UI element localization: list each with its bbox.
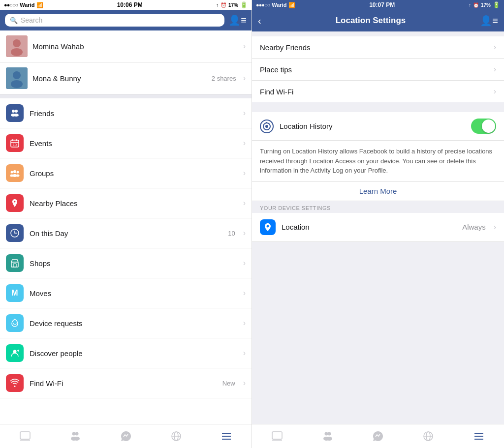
events-label: Events	[30, 139, 237, 148]
nav-item-friends[interactable]: Friends ›	[0, 98, 252, 128]
svg-point-45	[327, 432, 331, 436]
left-tab-home[interactable]	[0, 424, 50, 448]
bottom-spacer	[252, 242, 504, 424]
search-bar: 🔍 Search 👤≡	[0, 10, 252, 30]
left-battery: 17%	[228, 2, 238, 8]
location-history-toggle[interactable]	[471, 119, 496, 134]
nav-item-groups[interactable]: Groups ›	[0, 158, 252, 188]
learn-more-section: Learn More	[252, 182, 504, 201]
nav-item-shops[interactable]: Shops ›	[0, 248, 252, 278]
left-tab-messenger[interactable]	[100, 424, 151, 448]
nav-item-nearby-places[interactable]: Nearby Places ›	[0, 188, 252, 218]
chevron-mona: ›	[243, 74, 246, 83]
discover-people-icon	[6, 344, 24, 362]
left-tab-globe[interactable]	[151, 424, 201, 448]
left-tab-friends[interactable]	[50, 424, 100, 448]
carrier-name: Warid	[20, 2, 34, 8]
svg-rect-22	[11, 262, 18, 267]
user-row-mona[interactable]: Mona & Bunny 2 shares ›	[0, 62, 252, 94]
nearby-places-icon	[6, 194, 24, 212]
groups-icon	[6, 164, 24, 182]
svg-point-17	[17, 171, 19, 174]
right-tab-home[interactable]	[252, 424, 302, 448]
wifi-icon: 📶	[36, 2, 43, 8]
moves-chevron: ›	[243, 289, 246, 298]
left-tab-menu[interactable]	[201, 424, 252, 448]
svg-rect-27	[20, 432, 30, 439]
nav-item-events[interactable]: 10 Events ›	[0, 128, 252, 158]
back-button[interactable]: ‹	[258, 15, 261, 27]
svg-rect-42	[272, 432, 282, 439]
info-text: Turning on Location History allows Faceb…	[260, 147, 496, 176]
settings-section: Nearby Friends › Place tips › Find Wi-Fi…	[252, 36, 504, 102]
location-history-icon	[260, 119, 274, 133]
right-tab-globe[interactable]	[403, 424, 453, 448]
right-people-icon[interactable]: 👤≡	[480, 15, 498, 27]
events-chevron: ›	[243, 139, 246, 148]
friends-list-icon[interactable]: 👤≡	[228, 14, 247, 26]
right-tab-messenger[interactable]	[353, 424, 403, 448]
alarm-icon: ⏰	[220, 2, 226, 8]
device-location-value: Always	[462, 223, 486, 231]
right-status-bar: ●●●○○ Warid 📶 10:07 PM ↑ ⏰ 17% 🔋	[252, 0, 504, 10]
right-panel: ●●●○○ Warid 📶 10:07 PM ↑ ⏰ 17% 🔋 ‹ Locat…	[252, 0, 504, 448]
battery-icon: 🔋	[240, 1, 248, 8]
nearby-places-chevron: ›	[243, 199, 246, 208]
nav-menu: Friends › 10 Events ›	[0, 98, 252, 424]
nav-item-moves[interactable]: M Moves ›	[0, 278, 252, 308]
search-icon: 🔍	[10, 17, 18, 24]
avatar-mona	[6, 67, 28, 89]
search-input-wrap[interactable]: 🔍 Search	[5, 14, 224, 27]
place-tips-row[interactable]: Place tips ›	[252, 59, 504, 81]
moves-label: Moves	[30, 289, 237, 298]
nav-item-on-this-day[interactable]: On this Day 10 ›	[0, 218, 252, 248]
nav-item-device-requests[interactable]: Device requests ›	[0, 308, 252, 338]
svg-point-9	[14, 114, 19, 117]
top-separator	[252, 31, 504, 36]
right-carrier-area: ●●●○○ Warid 📶	[256, 2, 295, 8]
right-signal: ●●●○○	[256, 2, 270, 8]
device-location-row[interactable]: Location Always ›	[252, 213, 504, 242]
svg-point-40	[265, 125, 268, 128]
shops-label: Shops	[30, 259, 237, 268]
on-this-day-chevron: ›	[243, 229, 246, 238]
right-location-icon: ↑	[469, 2, 471, 8]
device-requests-chevron: ›	[243, 319, 246, 328]
left-status-bar: ●●○○○ Warid 📶 10:06 PM ↑ ⏰ 17% 🔋	[0, 0, 252, 10]
svg-point-29	[72, 432, 76, 436]
nearby-friends-row[interactable]: Nearby Friends ›	[252, 36, 504, 59]
search-input[interactable]: Search	[21, 16, 42, 24]
find-wifi-badge: New	[222, 380, 235, 387]
location-history-row: Location History	[252, 112, 504, 141]
discover-people-chevron: ›	[243, 349, 246, 358]
find-wifi-settings-label: Find Wi-Fi	[260, 88, 494, 96]
find-wifi-chevron: ›	[243, 379, 246, 388]
nav-item-find-wifi[interactable]: Find Wi-Fi New ›	[0, 368, 252, 398]
user-row-momina[interactable]: Momina Wahab ›	[0, 30, 252, 62]
shops-chevron: ›	[243, 259, 246, 268]
svg-point-15	[13, 170, 16, 173]
svg-point-19	[10, 175, 14, 177]
right-tab-friends[interactable]	[302, 424, 352, 448]
nav-item-discover-people[interactable]: Discover people ›	[0, 338, 252, 368]
learn-more-link[interactable]: Learn More	[359, 187, 397, 195]
svg-point-1	[13, 39, 21, 47]
svg-text:10: 10	[13, 143, 17, 147]
find-wifi-settings-row[interactable]: Find Wi-Fi ›	[252, 81, 504, 102]
user-name-momina: Momina Wahab	[32, 42, 238, 51]
shops-icon	[6, 254, 24, 272]
svg-point-6	[12, 110, 15, 113]
nearby-places-label: Nearby Places	[30, 199, 237, 208]
location-device-icon	[260, 219, 276, 235]
right-tab-menu[interactable]	[454, 424, 504, 448]
right-carrier: Warid	[272, 2, 286, 8]
svg-point-7	[15, 110, 18, 113]
nearby-friends-label: Nearby Friends	[260, 43, 494, 52]
middle-separator	[252, 102, 504, 107]
user-section: Momina Wahab › Mona & Bunny 2 shares ›	[0, 30, 252, 98]
info-text-box: Turning on Location History allows Faceb…	[252, 141, 504, 182]
user-meta-mona: 2 shares	[212, 75, 236, 82]
device-location-chevron: ›	[494, 223, 496, 232]
right-tab-bar	[252, 424, 504, 448]
on-this-day-badge: 10	[228, 230, 235, 237]
